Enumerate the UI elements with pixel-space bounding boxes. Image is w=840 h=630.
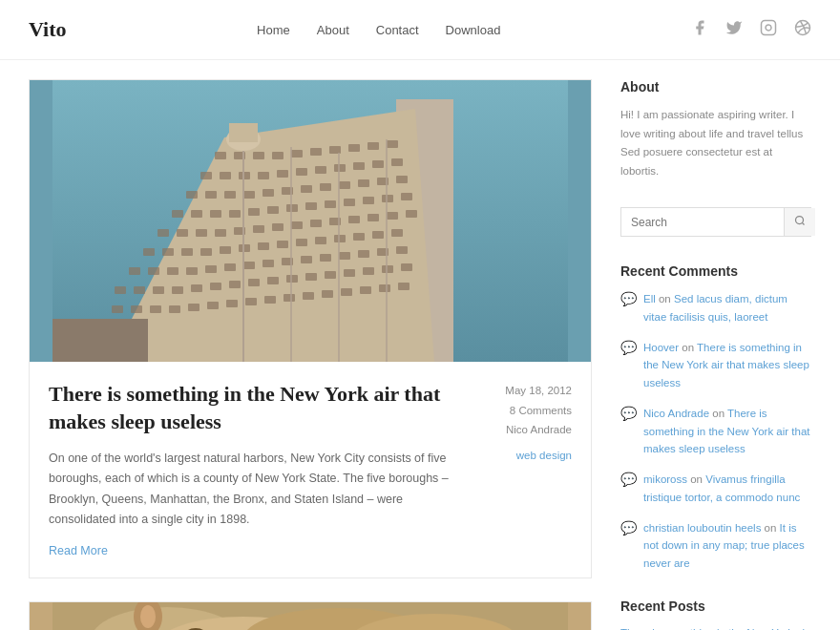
comment-author-link[interactable]: mikoross [643, 473, 687, 485]
svg-rect-15 [348, 144, 360, 152]
comment-icon: 💬 [620, 472, 637, 488]
svg-rect-86 [205, 265, 217, 273]
svg-rect-135 [52, 319, 148, 362]
recent-comments-title: Recent Comments [620, 263, 811, 279]
nav-download[interactable]: Download [446, 23, 501, 37]
svg-rect-50 [344, 199, 355, 206]
svg-rect-92 [320, 254, 331, 262]
svg-rect-71 [200, 248, 212, 256]
svg-rect-94 [358, 250, 369, 258]
svg-rect-38 [358, 179, 369, 187]
post-card-2 [29, 601, 592, 630]
about-section: About Hi! I am passionate aspiring write… [620, 79, 811, 180]
svg-rect-105 [267, 277, 279, 284]
comment-icon: 💬 [620, 340, 637, 356]
svg-rect-107 [305, 273, 317, 281]
comment-text: mikoross on Vivamus fringilla tristique … [643, 471, 811, 506]
post-body: There is something in the New York air t… [30, 362, 591, 578]
instagram-icon[interactable] [760, 19, 777, 40]
svg-rect-91 [301, 256, 312, 263]
svg-rect-26 [353, 162, 365, 170]
svg-rect-82 [129, 267, 140, 275]
search-button[interactable] [784, 208, 815, 236]
comment-author-link[interactable]: Hoover [643, 342, 679, 353]
svg-rect-46 [267, 206, 279, 214]
svg-rect-43 [210, 210, 221, 218]
svg-rect-10 [253, 152, 264, 159]
comment-author-link[interactable]: Ell [643, 293, 656, 304]
svg-rect-72 [220, 246, 231, 254]
comment-text: christian louboutin heels on It is not d… [643, 519, 811, 572]
post-category-link[interactable]: web design [486, 446, 572, 466]
social-links [691, 19, 811, 40]
svg-rect-31 [224, 191, 236, 199]
svg-rect-88 [243, 262, 255, 269]
svg-rect-8 [215, 152, 226, 159]
svg-rect-61 [291, 221, 303, 229]
svg-rect-30 [205, 191, 217, 199]
nav-home[interactable]: Home [257, 23, 290, 37]
comment-author-link[interactable]: Nico Andrade [643, 408, 709, 419]
comment-icon: 💬 [620, 291, 637, 307]
svg-rect-18 [200, 172, 212, 179]
svg-rect-113 [112, 305, 123, 313]
svg-rect-37 [339, 181, 350, 189]
search-input[interactable] [621, 208, 784, 236]
svg-rect-122 [284, 294, 295, 302]
svg-point-146 [140, 605, 156, 628]
comment-text: Ell on Sed lacus diam, dictum vitae faci… [643, 290, 811, 326]
svg-rect-27 [372, 160, 384, 168]
svg-rect-64 [348, 216, 360, 223]
animal-image [30, 602, 591, 630]
svg-rect-13 [310, 148, 322, 156]
twitter-icon[interactable] [725, 19, 743, 40]
facebook-icon[interactable] [691, 19, 708, 40]
svg-rect-66 [387, 212, 398, 220]
svg-rect-119 [226, 300, 238, 307]
svg-rect-0 [761, 21, 775, 35]
comment-icon: 💬 [620, 520, 637, 536]
nav-about[interactable]: About [317, 23, 349, 37]
svg-rect-70 [181, 248, 193, 256]
dribbble-icon[interactable] [794, 19, 811, 40]
svg-point-147 [796, 217, 804, 224]
svg-rect-93 [339, 252, 350, 260]
post-main: There is something in the New York air t… [49, 381, 471, 558]
svg-rect-124 [322, 290, 333, 298]
svg-rect-79 [353, 233, 365, 241]
svg-rect-69 [162, 248, 174, 256]
svg-rect-84 [167, 267, 178, 275]
svg-rect-49 [325, 200, 336, 208]
svg-rect-97 [115, 286, 126, 294]
search-section [620, 207, 811, 237]
svg-rect-54 [158, 229, 169, 237]
svg-rect-99 [153, 286, 164, 294]
nav-contact[interactable]: Contact [376, 23, 419, 37]
post-excerpt: On one of the world's largest natural ha… [49, 449, 471, 530]
post-card: There is something in the New York air t… [29, 79, 592, 578]
read-more-link[interactable]: Read More [49, 544, 108, 557]
search-box [620, 207, 811, 237]
svg-rect-75 [277, 241, 288, 248]
svg-rect-134 [229, 123, 258, 142]
svg-rect-111 [382, 265, 393, 273]
svg-rect-128 [398, 283, 410, 290]
sidebar: About Hi! I am passionate aspiring write… [620, 79, 811, 630]
svg-rect-19 [220, 172, 231, 179]
comment-author-link[interactable]: christian louboutin heels [643, 522, 761, 534]
svg-rect-21 [258, 172, 269, 179]
svg-rect-80 [372, 231, 384, 239]
svg-rect-117 [188, 304, 200, 311]
svg-rect-17 [387, 140, 398, 148]
main-content: There is something in the New York air t… [29, 79, 620, 630]
comment-text: Nico Andrade on There is something in th… [643, 405, 811, 457]
svg-rect-11 [272, 152, 284, 159]
svg-rect-45 [248, 208, 260, 216]
site-logo[interactable]: Vito [29, 17, 67, 42]
svg-rect-40 [396, 176, 408, 183]
post-author: Nico Andrade [486, 420, 572, 440]
svg-rect-87 [224, 263, 236, 271]
comment-post-link[interactable]: Sed lacus diam, dictum vitae facilisis q… [643, 293, 788, 322]
svg-rect-118 [207, 302, 219, 309]
post-date: May 18, 2012 [486, 381, 572, 401]
